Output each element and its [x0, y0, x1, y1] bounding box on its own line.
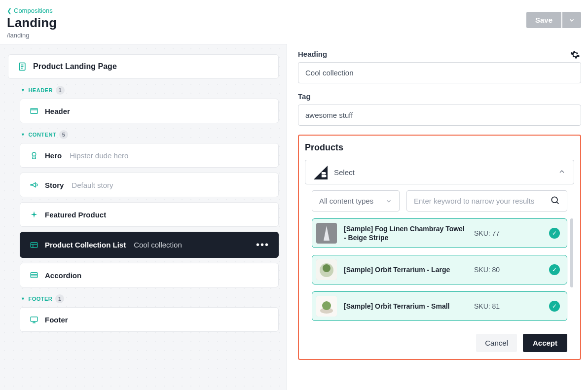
- section-count-badge: 1: [55, 294, 64, 303]
- tree-root-label: Product Landing Page: [33, 62, 117, 71]
- settings-button[interactable]: [570, 50, 580, 61]
- badge-icon: [29, 150, 39, 160]
- product-search-input[interactable]: [414, 191, 550, 211]
- svg-point-24: [322, 301, 331, 310]
- product-name: [Sample] Orbit Terrarium - Large: [344, 265, 467, 274]
- selected-check-icon: ✓: [549, 264, 560, 275]
- product-sku: SKU: 80: [474, 266, 542, 274]
- svg-point-16: [551, 197, 557, 203]
- tree-item-title: Footer: [45, 316, 68, 324]
- products-select-toggle[interactable]: Select: [305, 160, 574, 184]
- selected-check-icon: ✓: [549, 301, 560, 312]
- tree-item-subtitle: Default story: [72, 181, 113, 189]
- document-icon: [17, 62, 27, 71]
- product-name: [Sample] Orbit Terrarium - Small: [344, 302, 467, 311]
- content-type-dropdown[interactable]: All content types: [312, 190, 400, 212]
- heading-input[interactable]: [298, 62, 581, 83]
- tree-item-subtitle: Hipster dude hero: [70, 151, 128, 160]
- tree-item-title: Story: [45, 181, 64, 189]
- chevron-down-icon: [568, 17, 575, 24]
- tree-item-accordion[interactable]: Accordion: [20, 263, 279, 287]
- section-count-badge: 5: [59, 130, 68, 139]
- product-row[interactable]: [Sample] Orbit Terrarium - Large SKU: 80…: [312, 255, 567, 284]
- list-icon: [29, 240, 39, 250]
- page-title: Landing: [7, 15, 57, 31]
- tree-item-title: Product Collection List: [45, 241, 126, 249]
- tree-item-story[interactable]: Story Default story: [20, 173, 279, 197]
- select-label: Select: [334, 168, 551, 177]
- sparkle-icon: [29, 210, 39, 219]
- svg-point-21: [323, 264, 331, 272]
- tree-item-footer[interactable]: Footer: [20, 307, 279, 332]
- tree-item-featured[interactable]: Featured Product: [20, 202, 279, 227]
- section-name: HEADER: [28, 87, 52, 93]
- chevron-up-icon: [558, 168, 566, 177]
- search-icon[interactable]: [550, 195, 560, 207]
- tree-item-title: Hero: [45, 151, 62, 160]
- product-row[interactable]: [Sample] Orbit Terrarium - Small SKU: 81…: [312, 291, 567, 321]
- svg-line-17: [556, 202, 558, 204]
- monitor-icon: [29, 315, 39, 324]
- tree-item-title: Featured Product: [45, 211, 106, 219]
- product-name: [Sample] Fog Linen Chambray Towel - Beig…: [344, 224, 467, 242]
- tag-input[interactable]: [298, 105, 581, 126]
- svg-rect-7: [31, 242, 37, 248]
- caret-down-icon: ▼: [21, 88, 25, 93]
- product-sku: SKU: 81: [474, 302, 542, 310]
- products-title: Products: [305, 142, 574, 153]
- cancel-button[interactable]: Cancel: [476, 334, 517, 352]
- tree-item-title: Header: [45, 107, 70, 115]
- product-thumbnail: [316, 259, 337, 280]
- product-list: [Sample] Fog Linen Chambray Towel - Beig…: [305, 218, 574, 327]
- tree-section-footer[interactable]: ▼ FOOTER 1: [21, 294, 279, 303]
- save-dropdown-button[interactable]: [562, 12, 581, 28]
- svg-rect-10: [31, 273, 37, 278]
- bigcommerce-icon: [313, 165, 327, 179]
- rows-icon: [29, 270, 39, 280]
- products-panel: Products Select All content types: [298, 135, 581, 360]
- caret-down-icon: ▼: [21, 296, 25, 301]
- tree-item-header[interactable]: Header: [20, 99, 279, 123]
- section-name: FOOTER: [28, 296, 52, 302]
- svg-rect-13: [31, 317, 37, 321]
- product-sku: SKU: 77: [474, 229, 542, 237]
- svg-rect-4: [31, 108, 37, 114]
- product-thumbnail: [316, 296, 337, 317]
- layout-icon: [29, 106, 39, 116]
- gear-icon: [570, 50, 580, 60]
- tree-item-collection[interactable]: Product Collection List Cool collection …: [20, 232, 279, 258]
- tree-item-hero[interactable]: Hero Hipster dude hero: [20, 143, 279, 168]
- selected-check-icon: ✓: [549, 228, 560, 239]
- save-button[interactable]: Save: [526, 12, 561, 28]
- composition-tree: Product Landing Page ▼ HEADER 1 Header ▼…: [0, 44, 287, 390]
- accept-button[interactable]: Accept: [523, 334, 567, 352]
- product-row[interactable]: [Sample] Fog Linen Chambray Towel - Beig…: [312, 218, 567, 248]
- section-count-badge: 1: [56, 86, 65, 95]
- tree-item-subtitle: Cool collection: [134, 241, 182, 249]
- chevron-down-icon: [385, 198, 392, 205]
- tree-section-content[interactable]: ▼ CONTENT 5: [21, 130, 279, 139]
- product-thumbnail: [316, 223, 337, 244]
- megaphone-icon: [29, 180, 39, 190]
- chevron-left-icon: ❮: [7, 7, 12, 14]
- page-slug: /landing: [7, 32, 57, 39]
- heading-label: Heading: [298, 50, 581, 58]
- caret-down-icon: ▼: [21, 132, 25, 137]
- tag-label: Tag: [298, 92, 581, 101]
- breadcrumb[interactable]: ❮ Compositions: [7, 7, 57, 14]
- content-type-label: All content types: [319, 197, 373, 205]
- breadcrumb-label: Compositions: [14, 7, 53, 14]
- scrollbar[interactable]: [570, 218, 573, 287]
- tree-root-node[interactable]: Product Landing Page: [8, 54, 279, 79]
- tree-item-title: Accordion: [45, 271, 81, 280]
- section-name: CONTENT: [28, 132, 56, 138]
- tree-section-header[interactable]: ▼ HEADER 1: [21, 86, 279, 95]
- more-icon[interactable]: •••: [256, 239, 269, 250]
- svg-point-6: [32, 152, 36, 156]
